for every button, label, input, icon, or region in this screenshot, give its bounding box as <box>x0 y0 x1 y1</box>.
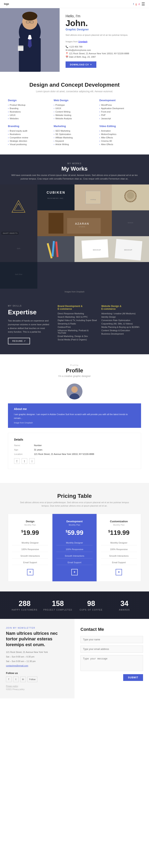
skills-col-webdesign: Web Design Prototype UI/UX Content Writi… <box>53 99 96 121</box>
expertise-item: Media Planning & Buying up to $100M+ <box>101 326 141 328</box>
facebook-icon[interactable]: f <box>133 3 134 6</box>
expertise-title: Expertise <box>8 309 50 316</box>
pricing-feature: Monthly Designer <box>57 540 92 545</box>
hero-images-link[interactable]: Unsplash <box>78 40 87 43</box>
stat-awards: 34 AWARDS <box>108 599 141 611</box>
profile-label: Profile <box>8 364 141 366</box>
follow-facebook-icon[interactable]: f <box>6 677 11 682</box>
gallery-item-10[interactable]: dark blue <box>0 262 37 289</box>
skill-item: SEO Marketing <box>53 130 96 132</box>
gallery-item-3[interactable]: mockup <box>75 185 112 210</box>
expertise-left: MY SKILLS Expertise Two decades of hands… <box>8 305 50 344</box>
pricing-feature: Smooth Interactions <box>57 554 92 558</box>
pricing-description: Sed ultrices ultrices eros ut ipsum pell… <box>20 501 129 508</box>
about-title: About me <box>14 407 135 410</box>
skill-item: Animation <box>99 130 141 132</box>
contact-message-input[interactable] <box>80 655 143 671</box>
expertise-item: Influencer Marketing, Podcast & YouTube <box>58 329 97 334</box>
svg-text:mockup: mockup <box>90 198 96 200</box>
skills-col-design: Design Product Mockup Branding Illustrat… <box>8 99 50 121</box>
stat-coffee: 98 CUPS OF COFFEE <box>75 599 108 611</box>
svg-text:CUBIKEN: CUBIKEN <box>46 191 65 194</box>
menu-icon[interactable]: ☰ <box>142 2 145 6</box>
expertise-item: Copywriting (All, SMs, & Videos) <box>101 322 141 325</box>
skill-item: Strategic direction <box>8 140 50 142</box>
instagram-social-icon[interactable]: i <box>29 458 35 464</box>
gallery-item-5[interactable]: AZARAN STUDIO <box>37 210 112 236</box>
profile-avatar-svg <box>67 383 82 399</box>
expertise-item: Business Development <box>101 333 141 335</box>
pricing-select-button[interactable]: + <box>116 569 122 575</box>
pricing-card-design: Design Monthly Plan $19.99 Monthly Desig… <box>8 514 52 582</box>
pricing-select-button-featured[interactable]: + <box>71 569 78 575</box>
expertise-item: Identity Design <box>101 316 141 318</box>
stat-label: HAPPY CUSTOMERS <box>8 609 41 611</box>
stat-projects: 158 PROJECT COMPLETED <box>41 599 75 611</box>
hero-phone: 📞 +123 456 789 <box>66 45 143 48</box>
gallery-item-1[interactable]: Art SMART OBJECTS <box>0 185 37 236</box>
contact-title: Contact Me <box>80 627 143 632</box>
skills-col-design-label: Design <box>8 99 50 102</box>
logo: logo <box>4 3 9 5</box>
skills-col-marketing-label: Marketing <box>53 125 96 128</box>
follow-twitter-icon[interactable]: t <box>13 677 19 682</box>
gallery-photo-4 <box>112 185 149 210</box>
pricing-feature: 100% Responsive <box>101 547 137 552</box>
gallery-photo-5: AZARAN STUDIO <box>37 210 112 236</box>
skill-item: Branding <box>8 107 50 110</box>
person-illustration <box>0 8 60 72</box>
expertise-item: Search Marketing: SEO & PPC <box>58 316 97 318</box>
gallery-photo-6: texture <box>112 210 149 236</box>
expertise-label: MY SKILLS <box>8 305 50 307</box>
detail-row-location: Location: 121 Rock Street, 21 Avenue New… <box>14 453 135 455</box>
gallery-item-6[interactable]: texture <box>112 210 149 236</box>
stat-number: 158 <box>41 599 75 608</box>
skill-item: Application Devlopment <box>99 107 141 110</box>
pricing-price: $59.99 <box>57 529 92 536</box>
dribbble-icon[interactable]: d <box>139 3 140 6</box>
gallery-item-8[interactable] <box>37 236 75 262</box>
stat-number: 288 <box>8 599 41 608</box>
gallery-item-9[interactable]: MOCKUP MOCKUP <box>75 236 149 262</box>
follow-text[interactable]: Follow <box>28 677 37 682</box>
submit-button[interactable]: SUBMIT <box>123 674 143 681</box>
follow-linkedin-icon[interactable]: in <box>20 677 26 682</box>
svg-rect-20 <box>86 191 101 204</box>
contact-name-input[interactable] <box>80 636 143 643</box>
resume-button[interactable]: RESUME ↗ <box>8 338 30 344</box>
svg-rect-11 <box>18 45 24 47</box>
detail-row-age: Age: 31 years <box>14 448 135 451</box>
works-label: MY WORKS <box>8 162 141 165</box>
profile-title: Profile <box>8 367 141 374</box>
gallery-item-4[interactable] <box>112 185 149 210</box>
expertise-item: Social Media (Paid & Organic) <box>58 338 97 341</box>
gallery-photo-9: MOCKUP MOCKUP <box>75 236 149 262</box>
skill-item: MotionGraphics <box>99 133 141 135</box>
svg-point-47 <box>71 386 78 393</box>
skill-item: Competitive review <box>8 136 50 139</box>
skills-col-development-label: Development <box>99 99 141 102</box>
pricing-select-button[interactable]: + <box>27 569 33 575</box>
privacy-link[interactable]: Privacy policy <box>6 685 18 687</box>
newsletter-label: JOIN MY NEWSLETTER <box>6 627 69 629</box>
hero-title: Graphic Designer <box>66 28 143 31</box>
google-icon[interactable]: g <box>136 3 137 6</box>
svg-text:BUSINESS INC.: BUSINESS INC. <box>47 197 64 199</box>
skill-item: Alien Effects <box>99 143 141 146</box>
follow-icons: f t in Follow <box>6 677 69 682</box>
gallery-item-2[interactable]: CUBIKEN BUSINESS INC. <box>37 185 75 210</box>
footer-left: JOIN MY NEWSLETTER Nam ultrices ultrices… <box>0 619 75 699</box>
gallery-item-7[interactable]: dark <box>0 236 37 262</box>
skills-col-marketing: Marketing SEO Marketing SE Optimization … <box>53 125 96 147</box>
skills-col-development: Development WordPress Application Devlop… <box>99 99 141 121</box>
details-title: Details <box>14 438 135 441</box>
expertise-item: Email Marketing, Design & Dev <box>58 335 97 337</box>
gallery-photo-7: dark <box>0 236 37 262</box>
download-cv-button[interactable]: DOWNLOAD CV <box>66 61 96 68</box>
design-concept-section: Design and Concept Development Lorem ips… <box>0 72 149 154</box>
twitter-social-icon[interactable]: t <box>22 458 27 464</box>
facebook-social-icon[interactable]: f <box>14 458 20 464</box>
expertise-item: Direct Response Marketing <box>58 312 97 315</box>
footer-follow: Follow us f t in Follow <box>6 672 69 682</box>
contact-email-input[interactable] <box>80 646 143 653</box>
